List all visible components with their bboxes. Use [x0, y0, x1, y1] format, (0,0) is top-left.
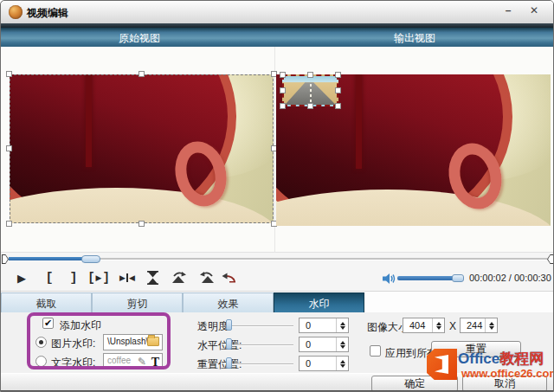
transparency-slider-handle[interactable]: [226, 319, 232, 331]
text-watermark-radio[interactable]: [35, 356, 47, 367]
trim-start-marker[interactable]: [2, 254, 9, 264]
hourglass-icon: [146, 271, 159, 285]
seek-handle[interactable]: [81, 255, 100, 263]
volume-icon[interactable]: [382, 273, 396, 285]
footer-bar: 确定 取消: [1, 373, 554, 390]
wm-handle-sw[interactable]: [280, 103, 286, 109]
add-watermark-checkbox[interactable]: ✔: [42, 318, 54, 329]
seek-bar[interactable]: [1, 253, 554, 265]
text-tool-icon[interactable]: T: [151, 356, 159, 370]
horizontal-position-spinner[interactable]: 0: [299, 337, 349, 352]
frame-step-button[interactable]: ▶◀: [114, 268, 140, 287]
crop-handle-nw[interactable]: [6, 71, 12, 77]
transparency-slider[interactable]: [228, 325, 293, 327]
image-width-spinner[interactable]: 404: [403, 318, 445, 333]
reset-position-slider[interactable]: [228, 363, 293, 365]
text-watermark-label: 文字水印:: [51, 356, 95, 370]
browse-folder-icon[interactable]: [147, 337, 159, 346]
output-view-label: 输出视图: [328, 31, 501, 46]
view-header: 原始视图 输出视图: [1, 28, 554, 47]
add-watermark-label: 添加水印: [60, 318, 101, 333]
text-watermark-value: coffee: [107, 356, 131, 365]
crop-handle-sw[interactable]: [6, 221, 12, 227]
horizontal-position-slider[interactable]: [228, 344, 293, 346]
tab-watermark[interactable]: 水印: [274, 292, 364, 313]
wm-handle-ne[interactable]: [335, 72, 341, 78]
road-centerline: [310, 84, 312, 105]
rotate-left-icon: [198, 271, 216, 285]
tab-cut[interactable]: 剪切: [92, 292, 183, 313]
frame-step-icon: ▶◀: [119, 273, 135, 282]
horizontal-position-slider-handle[interactable]: [226, 338, 232, 350]
image-path-field[interactable]: \Unsplash\26: [103, 334, 163, 350]
crop-handle-n[interactable]: [138, 71, 145, 77]
size-separator: X: [449, 320, 456, 332]
reset-position-slider-handle[interactable]: [226, 357, 232, 369]
output-video-frame: [276, 74, 551, 226]
mark-out-button[interactable]: ]: [63, 268, 84, 287]
wm-handle-s[interactable]: [307, 103, 313, 109]
image-width-spin-arrows[interactable]: [432, 318, 444, 332]
time-display: 00:00:02 / 00:00:30: [469, 273, 551, 283]
watermark-panel: ✔ 添加水印 图片水印: \Unsplash\26 文字水印: coffee ✎…: [1, 312, 554, 373]
apply-all-label: 应用到所有: [385, 346, 437, 361]
wm-handle-se[interactable]: [335, 103, 341, 109]
rotate-right-button[interactable]: [169, 268, 190, 287]
image-watermark-radio[interactable]: [35, 337, 47, 348]
close-button[interactable]: ✕: [525, 4, 543, 18]
wm-handle-n[interactable]: [307, 72, 313, 78]
transparency-value: 0: [300, 318, 336, 332]
volume-handle[interactable]: [452, 274, 464, 282]
watermark-image-thumbnail[interactable]: [282, 74, 338, 106]
rotate-left-button[interactable]: [196, 268, 217, 287]
seek-progress: [9, 257, 83, 260]
crop-handle-w[interactable]: [6, 145, 12, 151]
reset-position-value: 0: [300, 357, 336, 370]
original-view-label: 原始视图: [53, 31, 226, 46]
apply-all-checkbox[interactable]: [370, 345, 381, 357]
play-icon: ▶: [17, 273, 26, 284]
play-segment-icon: [▶]: [87, 271, 110, 285]
window-title: 视频编辑: [27, 6, 68, 21]
wm-handle-nw[interactable]: [280, 72, 286, 78]
image-watermark-label: 图片水印:: [51, 337, 95, 351]
app-icon: [9, 5, 23, 19]
image-width-value: 404: [403, 318, 432, 332]
title-bar: 视频编辑 – ✕: [1, 1, 554, 23]
wm-handle-e[interactable]: [335, 87, 341, 93]
preview-area: [1, 47, 554, 253]
mark-in-icon: [: [45, 271, 53, 286]
reset-position-spinner[interactable]: 0: [299, 356, 349, 371]
reset-position-spin-arrows[interactable]: [336, 357, 348, 370]
play-button[interactable]: ▶: [11, 268, 32, 287]
image-height-value: 244: [461, 318, 485, 332]
minimize-button[interactable]: –: [499, 4, 517, 18]
crop-handle-s[interactable]: [138, 221, 145, 227]
play-segment-button[interactable]: [▶]: [86, 268, 112, 287]
edit-pencil-icon[interactable]: ✎: [138, 356, 146, 368]
hourglass-button[interactable]: [142, 268, 163, 287]
mark-out-icon: ]: [69, 271, 77, 286]
reset-button[interactable]: 重置: [431, 341, 521, 357]
tab-capture[interactable]: 截取: [1, 292, 92, 313]
horizontal-position-spin-arrows[interactable]: [336, 337, 348, 351]
rotate-right-icon: [171, 271, 188, 285]
transparency-spin-arrows[interactable]: [336, 318, 348, 332]
text-watermark-field[interactable]: coffee ✎ T: [103, 353, 163, 370]
original-video-image: [10, 74, 274, 223]
mark-in-button[interactable]: [: [39, 268, 60, 287]
trim-end-marker[interactable]: [547, 254, 554, 264]
image-height-spinner[interactable]: 244: [460, 318, 498, 333]
undo-rotate-button[interactable]: [217, 268, 238, 287]
original-video-frame[interactable]: [10, 74, 274, 223]
transparency-spinner[interactable]: 0: [299, 318, 349, 333]
tab-strip: 截取 剪切 效果 水印: [1, 291, 554, 312]
image-height-spin-arrows[interactable]: [485, 318, 497, 332]
wm-handle-w[interactable]: [280, 87, 286, 93]
video-edit-dialog: 视频编辑 – ✕ 原始视图 输出视图: [0, 0, 554, 392]
transport-controls: ▶ [ ] [▶] ▶◀: [1, 265, 554, 291]
undo-rotate-icon: [219, 271, 236, 285]
horizontal-position-value: 0: [300, 337, 336, 351]
tab-effect[interactable]: 效果: [183, 292, 274, 313]
